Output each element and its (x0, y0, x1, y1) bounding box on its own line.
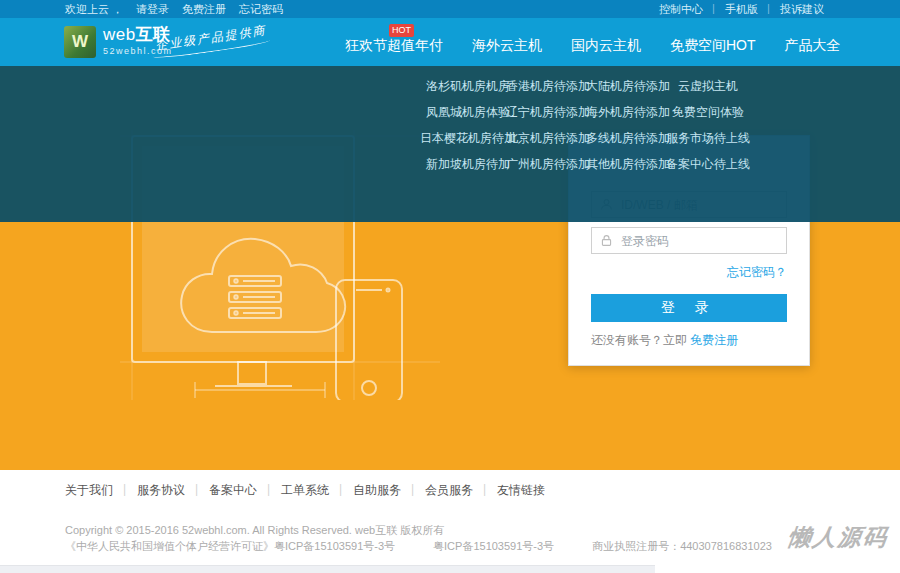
login-button[interactable]: 登 录 (591, 294, 787, 322)
nav-item-free-space[interactable]: 免费空间HOT (670, 30, 756, 55)
nav-item-overseas-cloud[interactable]: 海外云主机 (472, 30, 542, 55)
license-line: 《中华人民共和国增值个体户经营许可证》粤ICP备15103591号-3号粤ICP… (65, 539, 810, 554)
nav-item-all-products[interactable]: 产品大全 (785, 30, 841, 55)
footer-links: 关于我们 服务协议 备案中心 工单系统 自助服务 会员服务 友情链接 (65, 482, 557, 499)
icp-number: 粤ICP备15103591号-3号 (433, 540, 554, 552)
megamenu-overlay: 洛杉矶机房机房 香港机房待添加 大陆机房待添加 云虚拟主机 凤凰城机房体验 辽宁… (0, 66, 900, 222)
welcome-text: 欢迎上云 ， (65, 2, 123, 17)
megamenu-grid: 洛杉矶机房机房 香港机房待添加 大陆机房待添加 云虚拟主机 凤凰城机房体验 辽宁… (428, 73, 748, 177)
register-prefix: 还没有账号？立即 (591, 333, 690, 347)
license-text: 《中华人民共和国增值个体户经营许可证》粤ICP备15103591号-3号 (65, 540, 395, 552)
logo-icon: W (64, 26, 96, 58)
megamenu-item[interactable]: 辽宁机房待添加 (508, 99, 588, 125)
footer: 关于我们 服务协议 备案中心 工单系统 自助服务 会员服务 友情链接 Copyr… (0, 470, 900, 573)
lock-icon (600, 234, 613, 247)
megamenu-item[interactable]: 其他机房待添加 (588, 151, 668, 177)
page: 欢迎上云 ， 请登录 免费注册 忘记密码 控制中心 手机版 投诉建议 W web… (0, 0, 900, 573)
main-nav: W web互联 52webhl.com 企业级产品提供商 狂欢节超值年付 HOT… (0, 18, 900, 66)
monitor-stand (238, 362, 266, 384)
nav-items: 狂欢节超值年付 HOT 海外云主机 国内云主机 免费空间HOT 产品大全 (345, 18, 841, 66)
mobile-version-link[interactable]: 手机版 (714, 2, 769, 17)
copyright-text: Copyright © 2015-2016 52webhl.com. All R… (65, 523, 444, 538)
megamenu-item[interactable]: 海外机房待添加 (588, 99, 668, 125)
phone-icon (336, 280, 402, 400)
business-number: 商业执照注册号：440307816831023 (592, 540, 772, 552)
forgot-password-link-card[interactable]: 忘记密码？ (727, 265, 787, 279)
watermark-text: 懒人源码 (786, 522, 890, 553)
topbar-left: 欢迎上云 ， 请登录 免费注册 忘记密码 (65, 2, 283, 17)
forgot-password-row: 忘记密码？ (591, 264, 787, 281)
complaint-link[interactable]: 投诉建议 (769, 2, 835, 17)
nav-item-domestic-cloud[interactable]: 国内云主机 (571, 30, 641, 55)
megamenu-item[interactable]: 云虚拟主机 (668, 73, 748, 99)
footer-link-about[interactable]: 关于我们 (65, 482, 125, 499)
hero-section: 忘记密码？ 登 录 还没有账号？立即 免费注册 洛杉矶机房机房 香港机房待添加 … (0, 66, 900, 470)
control-center-link[interactable]: 控制中心 (648, 2, 714, 17)
password-field-wrap (591, 227, 787, 254)
footer-link-selfservice[interactable]: 自助服务 (341, 482, 413, 499)
nav-item-carnival[interactable]: 狂欢节超值年付 HOT (345, 30, 443, 55)
login-button-row: 登 录 (591, 294, 787, 322)
password-input[interactable] (621, 234, 786, 248)
footer-link-friends[interactable]: 友情链接 (485, 482, 557, 499)
megamenu-item[interactable]: 日本樱花机房待加 (428, 125, 508, 151)
footer-link-ticket[interactable]: 工单系统 (269, 482, 341, 499)
megamenu-item[interactable]: 北京机房待添加 (508, 125, 588, 151)
topbar-right: 控制中心 手机版 投诉建议 (648, 2, 835, 17)
hot-badge: HOT (389, 24, 414, 37)
megamenu-item[interactable]: 香港机房待添加 (508, 73, 588, 99)
footer-link-member[interactable]: 会员服务 (413, 482, 485, 499)
megamenu-item[interactable]: 服务市场待上线 (668, 125, 748, 151)
megamenu-item[interactable]: 备案中心待上线 (668, 151, 748, 177)
forgot-password-link[interactable]: 忘记密码 (239, 2, 283, 17)
megamenu-item[interactable]: 洛杉矶机房机房 (428, 73, 508, 99)
login-link[interactable]: 请登录 (136, 2, 169, 17)
register-link[interactable]: 免费注册 (182, 2, 226, 17)
megamenu-item[interactable]: 广州机房待添加 (508, 151, 588, 177)
bottom-strip (0, 565, 655, 573)
megamenu-item[interactable]: 新加坡机房待加 (428, 151, 508, 177)
megamenu-item[interactable]: 免费空间体验 (668, 99, 748, 125)
megamenu-item[interactable]: 大陆机房待添加 (588, 73, 668, 99)
register-row: 还没有账号？立即 免费注册 (591, 332, 787, 349)
free-register-link[interactable]: 免费注册 (690, 333, 738, 347)
footer-link-terms[interactable]: 服务协议 (125, 482, 197, 499)
footer-link-beian[interactable]: 备案中心 (197, 482, 269, 499)
megamenu-item[interactable]: 凤凰城机房体验 (428, 99, 508, 125)
megamenu-item[interactable]: 多线机房待添加 (588, 125, 668, 151)
topbar: 欢迎上云 ， 请登录 免费注册 忘记密码 控制中心 手机版 投诉建议 (0, 0, 900, 18)
